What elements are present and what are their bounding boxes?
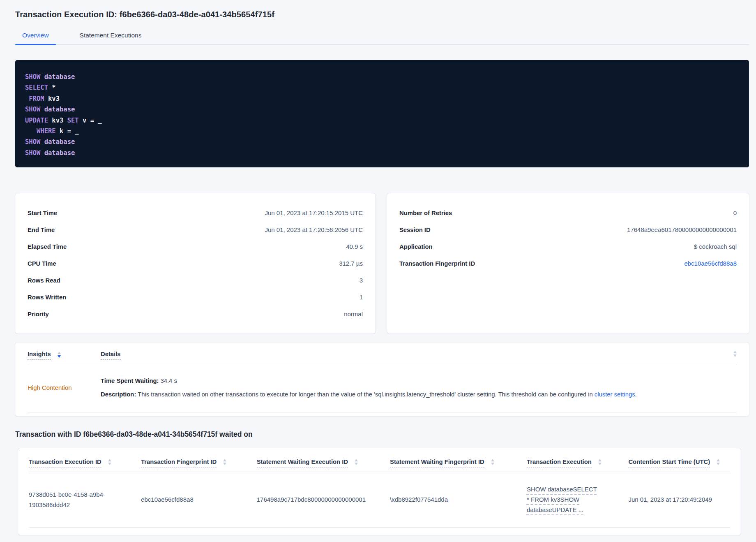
- cell-transaction-execution-id: 9738d051-bc0e-4158-a9b4-1903586ddd42: [29, 473, 141, 528]
- summary-cards-row: Start Time Jun 01, 2023 at 17:20:15:2015…: [15, 193, 749, 334]
- column-label[interactable]: Statement Waiting Fingerprint ID: [390, 458, 484, 468]
- description-line: Description: This transaction waited on …: [101, 388, 737, 401]
- column-label[interactable]: Transaction Execution ID: [29, 458, 101, 468]
- stat-row-priority: Priority normal: [28, 306, 363, 322]
- stat-value: Jun 01, 2023 at 17:20:15:2015 UTC: [265, 209, 363, 216]
- stat-label: Elapsed Time: [28, 243, 67, 250]
- stat-row-application: Application $ cockroach sql: [399, 238, 737, 255]
- insight-type-cell: High Contention: [28, 384, 101, 391]
- transaction-details-page: Transaction Execution ID: f6be6366-da03-…: [0, 0, 756, 542]
- sql-text: *: [48, 84, 56, 91]
- page-title: Transaction Execution ID: f6be6366-da03-…: [15, 10, 749, 19]
- sql-keyword: UPDATE: [25, 117, 48, 124]
- column-label[interactable]: Contention Start Time (UTC): [628, 458, 710, 468]
- cell-statement-waiting-execution-id: 176498a9c717bdc80000000000000001: [257, 473, 390, 528]
- waited-on-table-card: Transaction Execution ID Transaction Fin…: [18, 448, 741, 535]
- sort-icon[interactable]: [355, 459, 358, 465]
- sql-keyword: FROM: [25, 95, 44, 102]
- sort-icon[interactable]: [717, 459, 720, 465]
- stat-row-rows-read: Rows Read 3: [28, 272, 363, 289]
- sql-identifier: database: [40, 149, 75, 157]
- stat-value: normal: [344, 310, 363, 317]
- stat-value: $ cockroach sql: [694, 243, 737, 250]
- stat-value: 0: [733, 209, 737, 216]
- sql-keyword: SHOW: [25, 73, 40, 81]
- col-contention-start-time[interactable]: Contention Start Time (UTC): [628, 448, 730, 473]
- insights-table-header: Insights Details: [28, 351, 737, 365]
- waited-on-heading: Transaction with ID f6be6366-da03-48de-a…: [15, 430, 749, 439]
- insights-card: Insights Details High Contention Time Sp…: [15, 343, 749, 416]
- cluster-settings-link[interactable]: cluster settings: [595, 391, 635, 398]
- stat-row-start-time: Start Time Jun 01, 2023 at 17:20:15:2015…: [28, 204, 363, 221]
- sql-keyword: SELECT: [25, 84, 48, 91]
- stat-label: End Time: [28, 227, 55, 233]
- time-spent-waiting-line: Time Spent Waiting: 34.4 s: [101, 374, 737, 388]
- stat-row-elapsed-time: Elapsed Time 40.9 s: [28, 238, 363, 255]
- sort-icon[interactable]: [733, 351, 737, 357]
- sql-identifier: database: [40, 73, 75, 81]
- transaction-execution-link[interactable]: SHOW databaseSELECT * FROM kv3SHOW datab…: [527, 484, 599, 515]
- description-period: .: [635, 391, 637, 398]
- sql-statement-box: SHOW database SELECT * FROM kv3 SHOW dat…: [15, 60, 749, 167]
- col-transaction-execution[interactable]: Transaction Execution: [527, 448, 629, 473]
- stat-value: 312.7 µs: [339, 260, 363, 267]
- stat-label: CPU Time: [28, 260, 56, 267]
- column-label[interactable]: Statement Waiting Execution ID: [257, 458, 348, 468]
- sql-keyword: SHOW: [25, 138, 40, 146]
- stat-value: 3: [360, 277, 363, 284]
- stat-row-session-id: Session ID 17648a9eea6017800000000000000…: [399, 221, 737, 238]
- stat-value: 17648a9eea6017800000000000000001: [627, 226, 737, 233]
- sort-icon[interactable]: [58, 352, 61, 358]
- col-transaction-fingerprint-id[interactable]: Transaction Fingerprint ID: [141, 448, 257, 473]
- description-label: Description:: [101, 391, 136, 398]
- sql-text: k = _: [56, 127, 79, 135]
- stat-label: Start Time: [28, 210, 57, 216]
- stat-value: 1: [360, 294, 363, 301]
- stat-value: Jun 01, 2023 at 17:20:56:2056 UTC: [265, 226, 363, 233]
- tab-overview[interactable]: Overview: [15, 32, 56, 44]
- cell-statement-waiting-fingerprint-id: \xdb8922f077541dda: [390, 473, 527, 528]
- stat-label: Transaction Fingerprint ID: [399, 260, 475, 267]
- column-label[interactable]: Transaction Execution: [527, 458, 592, 468]
- sql-identifier: database: [40, 138, 75, 146]
- tab-bar: Overview Statement Executions: [15, 32, 749, 45]
- sort-icon[interactable]: [223, 459, 226, 465]
- transaction-fingerprint-link[interactable]: ebc10ae56cfd88a8: [684, 260, 737, 267]
- sql-code: SHOW database SELECT * FROM kv3 SHOW dat…: [25, 72, 739, 158]
- col-transaction-execution-id[interactable]: Transaction Execution ID: [29, 448, 141, 473]
- cell-contention-start-time: Jun 01, 2023 at 17:20:49:2049: [628, 473, 730, 528]
- stat-label: Application: [399, 243, 433, 250]
- cell-transaction-fingerprint-id: ebc10ae56cfd88a8: [141, 473, 257, 528]
- sql-keyword: SHOW: [25, 106, 40, 113]
- tab-statement-executions[interactable]: Statement Executions: [73, 32, 149, 44]
- high-contention-badge: High Contention: [28, 384, 72, 391]
- sort-icon[interactable]: [598, 459, 602, 465]
- sort-icon[interactable]: [491, 459, 494, 465]
- col-statement-waiting-execution-id[interactable]: Statement Waiting Execution ID: [257, 448, 390, 473]
- col-statement-waiting-fingerprint-id[interactable]: Statement Waiting Fingerprint ID: [390, 448, 527, 473]
- table-row: 9738d051-bc0e-4158-a9b4-1903586ddd42 ebc…: [29, 473, 730, 528]
- sql-identifier: database: [40, 106, 75, 113]
- stat-label: Number of Retries: [399, 210, 452, 216]
- column-label[interactable]: Transaction Fingerprint ID: [141, 458, 217, 468]
- sql-text: kv3: [44, 95, 60, 102]
- stat-row-transaction-fingerprint: Transaction Fingerprint ID ebc10ae56cfd8…: [399, 255, 737, 272]
- insights-sort-header[interactable]: Insights: [28, 351, 51, 360]
- table-header-row: Transaction Execution ID Transaction Fin…: [29, 448, 730, 473]
- timing-summary-card: Start Time Jun 01, 2023 at 17:20:15:2015…: [15, 193, 375, 334]
- stat-row-cpu-time: CPU Time 312.7 µs: [28, 255, 363, 272]
- stat-value: 40.9 s: [346, 243, 363, 250]
- description-text: This transaction waited on other transac…: [136, 391, 595, 398]
- details-sort-header[interactable]: Details: [101, 351, 121, 360]
- stat-label: Priority: [28, 311, 49, 317]
- sort-icon[interactable]: [108, 459, 111, 465]
- stat-label: Session ID: [399, 227, 431, 233]
- sql-text: v = _: [79, 117, 102, 124]
- insight-row: High Contention Time Spent Waiting: 34.4…: [28, 365, 737, 412]
- stat-label: Rows Written: [28, 294, 66, 301]
- waiting-value: 34.4 s: [159, 378, 177, 384]
- stat-row-end-time: End Time Jun 01, 2023 at 17:20:56:2056 U…: [28, 221, 363, 238]
- sql-keyword: SHOW: [25, 149, 40, 157]
- sql-text: kv3: [48, 117, 63, 124]
- waiting-label: Time Spent Waiting:: [101, 378, 159, 384]
